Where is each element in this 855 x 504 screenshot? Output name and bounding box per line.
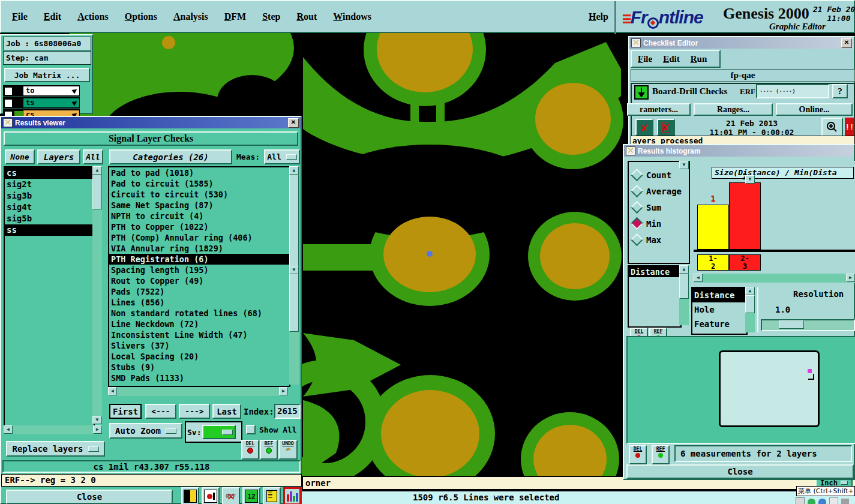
layer-item-sig3b[interactable]: sig3b bbox=[5, 190, 94, 202]
numeric-display-icon[interactable]: 12 bbox=[242, 487, 260, 504]
taskbar-gray-icon[interactable] bbox=[829, 497, 838, 504]
ranges-button[interactable]: Ranges... bbox=[694, 103, 773, 116]
job-matrix-button[interactable]: Job Matrix ... bbox=[4, 68, 90, 82]
category-item[interactable]: Local Spacing (20) bbox=[109, 351, 289, 362]
category-item[interactable]: Inconsistent Line Width (47) bbox=[109, 329, 289, 340]
category-item[interactable]: Pads (7522) bbox=[109, 286, 289, 297]
layer-item-sig5b[interactable]: sig5b bbox=[5, 213, 94, 224]
menu-file[interactable]: File bbox=[12, 11, 28, 22]
invert-display-icon[interactable] bbox=[181, 487, 199, 504]
parameters-button[interactable]: rameters... bbox=[627, 103, 691, 116]
category-list-hscroll[interactable]: ◀▶ bbox=[108, 387, 288, 396]
close-icon[interactable]: ✕ bbox=[288, 118, 299, 128]
notes-icon[interactable]: ☰☰ bbox=[263, 487, 281, 504]
close-icon[interactable]: ✕ bbox=[841, 38, 852, 48]
radio-diamond-icon[interactable] bbox=[631, 201, 643, 214]
taskbar-green-icon[interactable] bbox=[808, 499, 815, 504]
select-none-button[interactable]: None bbox=[5, 149, 35, 164]
delete-measure-button[interactable]: DEL bbox=[241, 440, 259, 460]
show-all-option[interactable]: Show All bbox=[246, 425, 297, 434]
menu-step[interactable]: Step bbox=[262, 11, 280, 22]
metric-item[interactable]: Distance bbox=[629, 266, 680, 277]
category-item[interactable]: Same Net Spacing (87) bbox=[109, 200, 289, 211]
category-item[interactable]: Pad to circuit (1585) bbox=[109, 178, 289, 189]
nav-last-button[interactable]: Last bbox=[212, 404, 241, 419]
drill-icon[interactable] bbox=[634, 85, 649, 100]
nav-prev-button[interactable]: <--- bbox=[145, 404, 176, 419]
job-name-field[interactable]: Job : 6s808006a0 bbox=[3, 37, 91, 50]
menu-actions[interactable]: Actions bbox=[77, 11, 109, 22]
menu-windows[interactable]: Windows bbox=[333, 11, 371, 22]
chart-hscroll[interactable]: ◀▶ bbox=[694, 274, 855, 283]
category-item[interactable]: VIA Annular ring (1829) bbox=[109, 243, 289, 254]
help-question-button[interactable]: ? bbox=[832, 84, 848, 98]
run-cancel-icon[interactable]: ✘ bbox=[635, 119, 653, 136]
step-field[interactable]: Step: cam bbox=[3, 51, 91, 65]
summary-ref-button[interactable]: REF bbox=[652, 445, 670, 464]
sv-color-dropdown[interactable] bbox=[202, 425, 236, 439]
category-item[interactable]: Slivers (37) bbox=[109, 340, 289, 351]
menu-analysis[interactable]: Analysis bbox=[173, 11, 208, 22]
category-item[interactable]: Lines (856) bbox=[109, 297, 289, 308]
menu-options[interactable]: Options bbox=[125, 11, 157, 22]
taskbar-app-icon[interactable] bbox=[796, 497, 805, 504]
layer-color-swatch[interactable] bbox=[14, 99, 23, 107]
menu-dfm[interactable]: DFM bbox=[224, 11, 246, 22]
resolution-slider[interactable] bbox=[761, 319, 855, 331]
replace-layers-dropdown[interactable]: Replace layers bbox=[6, 441, 105, 457]
meas-dropdown[interactable]: All bbox=[264, 149, 300, 164]
select-all-button[interactable]: All bbox=[83, 149, 103, 164]
category-item[interactable]: NPTH to circuit (4) bbox=[109, 211, 289, 221]
index-input[interactable]: 2615 bbox=[274, 404, 301, 419]
radio-diamond-icon[interactable] bbox=[631, 233, 643, 246]
checklist-titlebar[interactable]: ⤫ Checklist Editor ✕ bbox=[629, 37, 854, 49]
run-cancel2-icon[interactable]: ✘ bbox=[657, 119, 675, 136]
param-item-hole[interactable]: Hole bbox=[692, 302, 746, 317]
slider-thumb[interactable] bbox=[779, 320, 804, 329]
measure-icon[interactable] bbox=[202, 487, 220, 504]
layer-list-hscroll[interactable]: ◀▶ bbox=[4, 425, 102, 434]
radio-diamond-icon[interactable] bbox=[631, 185, 643, 197]
layer-item-sig2t[interactable]: sig2t bbox=[5, 179, 94, 190]
layer-name[interactable]: to bbox=[23, 86, 79, 95]
radio-diamond-icon[interactable] bbox=[631, 217, 643, 230]
menu-help[interactable]: Help bbox=[589, 11, 608, 22]
layer-item-sig4t[interactable]: sig4t bbox=[5, 202, 94, 213]
category-item[interactable]: Non standard rotated lines (68) bbox=[109, 308, 289, 319]
alert-button[interactable]: !! bbox=[845, 118, 854, 137]
parameter-list-vscroll[interactable]: ▲▼ bbox=[745, 287, 755, 332]
agg-option-max[interactable]: Max bbox=[629, 232, 689, 248]
reference-button[interactable]: REF bbox=[260, 440, 278, 460]
menu-rout[interactable]: Rout bbox=[296, 11, 317, 22]
results-viewer-titlebar[interactable]: ⤫ Results viewer ✕ bbox=[1, 117, 301, 128]
agg-option-count[interactable]: Count bbox=[629, 167, 689, 183]
category-item[interactable]: PTH Registration (6) bbox=[109, 254, 289, 265]
menu-edit[interactable]: Edit bbox=[44, 11, 61, 22]
param-item-feature[interactable]: Feature bbox=[692, 317, 746, 331]
histogram-titlebar[interactable]: ⤫ Results histogram bbox=[624, 145, 854, 157]
zoom-plus-icon[interactable] bbox=[821, 118, 843, 137]
layer-name[interactable]: ts bbox=[23, 98, 79, 107]
category-item[interactable]: Circuit to circuit (530) bbox=[109, 189, 289, 200]
histogram-close-button[interactable]: Close bbox=[626, 464, 854, 479]
summary-del-button[interactable]: DEL bbox=[629, 445, 647, 464]
radio-diamond-icon[interactable] bbox=[631, 169, 643, 181]
category-item[interactable]: Line Neckdown (72) bbox=[109, 319, 289, 329]
layer-color-swatch[interactable] bbox=[14, 87, 23, 95]
online-button[interactable]: Online... bbox=[776, 103, 853, 116]
histogram-bar[interactable] bbox=[729, 182, 761, 250]
category-item[interactable]: SMD Pads (1133) bbox=[109, 373, 289, 383]
metric-list-vscroll[interactable]: ▲▼ bbox=[679, 265, 689, 325]
param-item-distance[interactable]: Distance bbox=[692, 288, 746, 302]
taskbar-blue-icon[interactable] bbox=[818, 499, 826, 504]
layer-checkbox[interactable] bbox=[5, 100, 12, 107]
layer-item-ss[interactable]: ss bbox=[5, 224, 94, 236]
checklist-menu-run[interactable]: Run bbox=[691, 54, 707, 64]
nav-first-button[interactable]: First bbox=[109, 404, 142, 419]
checklist-menu-file[interactable]: File bbox=[638, 54, 652, 64]
category-item[interactable]: PTH to Copper (1022) bbox=[109, 221, 289, 232]
histogram-bar[interactable] bbox=[697, 205, 729, 250]
layer-list-vscroll[interactable]: ▲▼ bbox=[92, 166, 102, 424]
category-item[interactable]: Rout to Copper (49) bbox=[109, 275, 289, 286]
histogram-icon[interactable] bbox=[283, 487, 301, 504]
